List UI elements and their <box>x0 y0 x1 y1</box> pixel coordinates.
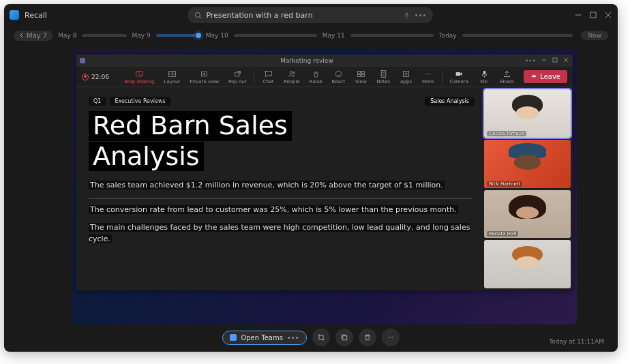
open-app-button[interactable]: Open Teams ••• <box>222 331 306 345</box>
more-button[interactable]: More <box>419 70 438 85</box>
svg-rect-22 <box>483 70 485 74</box>
timeline-date[interactable]: May 8 <box>58 32 76 39</box>
svg-rect-3 <box>553 58 557 62</box>
meeting-title: Marketing review <box>89 57 525 64</box>
participant-tile[interactable] <box>484 240 571 288</box>
search-icon <box>194 12 202 19</box>
snapshot-viewport: Marketing review ••• 22:06 Stop sharing … <box>72 49 577 324</box>
teams-app-icon <box>230 334 237 341</box>
teams-logo-icon <box>80 58 85 63</box>
teams-minimize-icon[interactable] <box>541 57 547 63</box>
participant-tile[interactable]: Rick Hartnett <box>484 140 571 188</box>
delete-button[interactable] <box>359 329 376 346</box>
layout-button[interactable]: Layout <box>160 70 183 85</box>
timeline-nav-prev[interactable]: May 7 <box>14 31 52 41</box>
svg-point-9 <box>290 71 292 73</box>
svg-point-18 <box>425 73 427 74</box>
slide-tag: Executive Reviews <box>110 97 170 106</box>
mic-button[interactable]: Mic <box>475 70 494 85</box>
timeline-segment[interactable] <box>462 34 573 37</box>
search-bar[interactable]: ••• <box>188 7 433 23</box>
svg-point-20 <box>430 73 431 74</box>
meeting-body: Q1 Executive Reviews Sales Analysis Red … <box>76 87 573 290</box>
teams-close-icon[interactable] <box>563 57 569 63</box>
record-icon <box>82 74 89 80</box>
timeline-segment-active[interactable] <box>156 34 200 37</box>
svg-rect-13 <box>361 71 364 73</box>
svg-rect-23 <box>342 336 346 340</box>
close-icon[interactable] <box>604 11 612 19</box>
svg-point-7 <box>203 73 205 74</box>
svg-point-19 <box>427 73 429 74</box>
chevron-more-icon: ••• <box>287 334 299 342</box>
more-actions-button[interactable] <box>382 329 400 346</box>
leave-button[interactable]: Leave <box>524 70 567 83</box>
meeting-toolbar: 22:06 Stop sharing Layout Private view P… <box>76 67 573 87</box>
slide-body: The sales team achieved $1.2 million in … <box>89 180 472 245</box>
timeline-now-button[interactable]: Now <box>581 31 608 40</box>
timeline-thumb-icon[interactable] <box>195 32 202 39</box>
pop-out-button[interactable]: Pop out <box>225 70 250 85</box>
timeline: May 7 May 8 May 9 May 10 May 11 Today No… <box>4 26 618 45</box>
recording-indicator: 22:06 <box>82 74 109 80</box>
camera-button[interactable]: Camera <box>447 70 472 85</box>
private-view-button[interactable]: Private view <box>186 70 222 85</box>
maximize-icon[interactable] <box>589 11 597 19</box>
timeline-nav-label: May 7 <box>27 32 47 40</box>
svg-rect-6 <box>202 72 207 76</box>
svg-point-25 <box>390 337 391 338</box>
search-input[interactable] <box>206 11 398 20</box>
teams-more-icon[interactable]: ••• <box>525 57 536 64</box>
recall-window: Recall ••• May 7 May 8 May 9 May 10 May … <box>4 4 618 352</box>
notes-button[interactable]: Notes <box>373 70 393 85</box>
timeline-segment[interactable] <box>234 34 317 37</box>
recording-time: 22:06 <box>91 74 109 80</box>
titlebar: Recall ••• <box>4 4 618 26</box>
app-name: Recall <box>25 11 47 20</box>
apps-button[interactable]: Apps <box>397 70 416 85</box>
participants-panel: Cecilia Tomayo Rick Hartnett Renata Hall <box>484 87 573 290</box>
svg-point-11 <box>335 71 341 76</box>
teams-titlebar: Marketing review ••• <box>76 55 573 67</box>
action-bar: Open Teams ••• <box>4 329 618 346</box>
timeline-date[interactable]: May 9 <box>132 32 151 39</box>
participant-tile[interactable]: Renata Hall <box>484 190 571 239</box>
slide-title: Red Barn Sales Analysis <box>89 111 472 172</box>
stop-sharing-button[interactable]: Stop sharing <box>121 70 158 85</box>
svg-rect-15 <box>361 74 364 76</box>
timeline-segment[interactable] <box>82 34 126 37</box>
presentation-slide: Q1 Executive Reviews Sales Analysis Red … <box>76 87 484 290</box>
crop-button[interactable] <box>312 329 330 346</box>
timeline-date[interactable]: May 11 <box>322 32 345 39</box>
share-button[interactable]: Share <box>496 70 517 85</box>
timeline-date[interactable]: Today <box>439 32 457 39</box>
chat-button[interactable]: Chat <box>258 70 278 85</box>
slide-tag: Q1 <box>89 97 106 106</box>
svg-rect-1 <box>406 12 408 16</box>
mic-icon[interactable] <box>403 12 410 19</box>
svg-rect-12 <box>357 71 360 73</box>
teams-window: Marketing review ••• 22:06 Stop sharing … <box>76 55 573 290</box>
slide-badge: Sales Analysis <box>425 97 475 106</box>
raise-button[interactable]: Raise <box>306 70 326 85</box>
snapshot-timestamp: Today at 11:11AM <box>549 338 604 345</box>
svg-rect-21 <box>455 72 460 76</box>
copy-button[interactable] <box>335 329 353 346</box>
svg-rect-14 <box>357 74 360 76</box>
app-logo-icon <box>10 10 19 20</box>
svg-point-26 <box>392 337 393 338</box>
timeline-date[interactable]: May 10 <box>206 32 228 39</box>
timeline-segment[interactable] <box>350 34 434 37</box>
svg-point-10 <box>292 72 294 73</box>
people-button[interactable]: People <box>280 70 303 85</box>
svg-point-0 <box>196 12 200 17</box>
react-button[interactable]: React <box>329 70 349 85</box>
view-button[interactable]: View <box>351 70 370 85</box>
search-more-icon[interactable]: ••• <box>415 12 427 19</box>
svg-rect-2 <box>590 12 596 18</box>
teams-maximize-icon[interactable] <box>552 57 558 63</box>
participant-tile[interactable]: Cecilia Tomayo <box>484 89 571 138</box>
minimize-icon[interactable] <box>574 11 582 19</box>
svg-point-24 <box>388 337 389 338</box>
